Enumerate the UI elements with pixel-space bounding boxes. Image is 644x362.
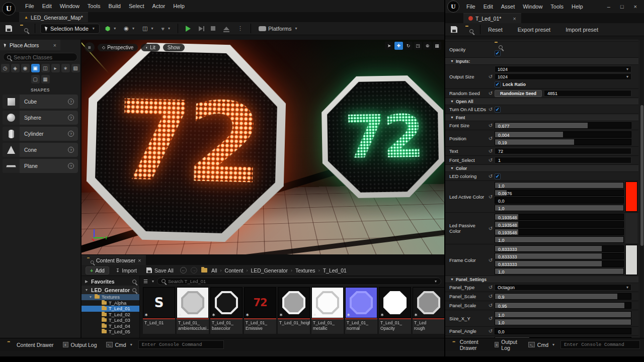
media-icon[interactable]: ▸ (51, 64, 60, 72)
content-browser-tab[interactable]: Content Browser × (82, 255, 146, 265)
led-display-red[interactable]: 72 (85, 41, 287, 243)
perspective-dropdown[interactable]: ◇ Perspective (98, 44, 138, 51)
value-slider[interactable]: 0,95 (495, 302, 631, 309)
close-icon[interactable]: × (513, 16, 516, 22)
menu-file[interactable]: File (21, 2, 38, 10)
snap-icon[interactable]: ▦ (433, 42, 441, 50)
asset-tile-t-led-01-normal[interactable]: ∗T_Led_01_normal (345, 287, 377, 334)
tree-folder-t_led_04[interactable]: T_Led_04 (82, 323, 139, 329)
basic-icon[interactable]: ◈ (11, 64, 20, 72)
asset-tile-t-ledrough[interactable]: ∗T_Ledrough (413, 287, 444, 334)
breadcrumb-item-content[interactable]: Content (225, 267, 244, 274)
checkbox[interactable]: ✓ (495, 173, 501, 179)
minimize-button[interactable]: – (607, 4, 610, 10)
scrollbar-thumb[interactable] (640, 105, 643, 246)
search-classes-input[interactable]: Search Classes (3, 53, 77, 61)
led-display-green[interactable]: 72 (321, 75, 444, 199)
tree-folder-t_led_01[interactable]: T_Led_01 (82, 306, 139, 312)
value-slider[interactable]: 0,833333 (495, 253, 624, 259)
reset-to-default-icon[interactable]: ↺ (487, 107, 495, 112)
tree-folder-t_led_02[interactable]: T_Led_02 (82, 312, 139, 318)
stop-button[interactable] (208, 25, 218, 32)
move-tool-icon[interactable]: ✚ (394, 42, 403, 50)
menu-tools[interactable]: Tools (546, 3, 568, 11)
value-slider[interactable]: 1,0 (495, 268, 624, 275)
reset-to-default-icon[interactable]: ↺ (487, 194, 495, 200)
cinematics-dropdown[interactable]: ◫▾ (140, 24, 155, 33)
menu-window[interactable]: Window (519, 3, 546, 11)
value-slider[interactable]: 0,0976 (495, 190, 624, 196)
favorites-section[interactable]: ▶ Favorites (82, 277, 139, 286)
reset-to-default-icon[interactable]: ↺ (487, 148, 495, 154)
close-icon[interactable]: × (138, 257, 141, 263)
section-header-open-all[interactable]: ▼Open All (445, 98, 638, 105)
select-tool-icon[interactable]: ➤ (385, 42, 393, 50)
reset-button[interactable]: Reset (486, 25, 505, 34)
output-log-button[interactable]: ≡ Output Log (492, 337, 522, 352)
menu-file[interactable]: File (462, 3, 479, 11)
add-actor-dropdown[interactable]: ⬢▾ (103, 24, 119, 34)
eject-button[interactable] (221, 25, 232, 32)
lit-dropdown[interactable]: ◐ Lit (141, 44, 159, 51)
value-slider[interactable]: 1,0 (495, 319, 631, 325)
filter-icon[interactable]: ☰ (143, 279, 147, 284)
asset-tab[interactable]: T_Led_01* × (463, 13, 521, 23)
content-drawer-button[interactable]: Content Drawer (4, 340, 57, 349)
back-button[interactable]: ← (180, 267, 187, 274)
menu-help[interactable]: Help (568, 3, 587, 11)
close-icon[interactable]: × (53, 42, 56, 48)
save-asset-button[interactable] (448, 25, 460, 34)
value-slider[interactable]: 0,004 (495, 131, 631, 138)
menu-asset[interactable]: Asset (497, 3, 519, 11)
play-options-button[interactable]: ⋮ (235, 24, 246, 33)
menu-window[interactable]: Window (56, 2, 84, 10)
tree-folder-textures[interactable]: ▼Textures (82, 294, 139, 300)
tree-folder-t_led_05[interactable]: T_Led_05 (82, 329, 139, 335)
browse-asset-button[interactable] (463, 25, 475, 34)
output-log-button[interactable]: ≡ Output Log (60, 340, 100, 349)
menu-select[interactable]: Select (125, 2, 148, 10)
seed-value-field[interactable]: 4851 (544, 90, 631, 97)
selection-mode-dropdown[interactable]: Selection Mode ▾ (40, 24, 100, 34)
shape-item-cube[interactable]: Cube? (3, 95, 78, 109)
breadcrumb-item-led_generator[interactable]: LED_Generator (251, 267, 288, 274)
value-slider[interactable]: 1,0 (495, 182, 624, 189)
forward-button[interactable]: → (191, 267, 197, 274)
content-drawer-button[interactable]: Content Drawer (449, 337, 489, 352)
reset-to-default-icon[interactable]: ↺ (487, 123, 495, 128)
import-button[interactable]: ↧ Import (113, 266, 139, 275)
reset-to-default-icon[interactable]: ↺ (487, 328, 495, 334)
cinematic-icon[interactable]: ◫ (41, 64, 50, 72)
console-input[interactable] (142, 342, 220, 347)
lock-ratio-checkbox[interactable]: ✓Lock Ratio (495, 81, 526, 87)
shape-item-sphere[interactable]: Sphere? (3, 111, 78, 125)
reset-to-default-icon[interactable]: ↺ (487, 157, 495, 163)
content-browser-button[interactable] (18, 24, 30, 33)
value-slider[interactable]: 0,0 (495, 197, 624, 204)
scale-tool-icon[interactable]: ◳ (414, 42, 422, 50)
asset-search-input[interactable]: Search T_Led_01 ▾ (157, 278, 441, 285)
console-input[interactable] (564, 342, 636, 347)
help-icon[interactable]: ? (68, 131, 74, 137)
close-button[interactable]: × (634, 4, 637, 10)
asset-tile-t-led-01-emissive[interactable]: 72∗T_Led_01_Emissive (244, 287, 276, 334)
value-field[interactable]: 72 (495, 148, 631, 154)
value-slider[interactable]: 0,0 (495, 328, 631, 334)
platforms-dropdown[interactable]: Platforms ▾ (256, 24, 299, 33)
asset-tile-t-led-01-opacity[interactable]: ∗T_Led_01_Opacity (379, 287, 411, 334)
section-header-color[interactable]: ▼Color (445, 165, 638, 172)
value-slider[interactable]: 0,833333 (495, 260, 624, 267)
reset-to-default-icon[interactable]: ↺ (487, 136, 495, 141)
value-slider[interactable]: 0,677 (495, 122, 631, 129)
import-preset-button[interactable]: Import preset (563, 25, 601, 34)
menu-edit[interactable]: Edit (479, 3, 497, 11)
value-slider[interactable]: 0,833333 (495, 245, 624, 252)
quick-add-dropdown[interactable]: ♥▾ (158, 24, 173, 33)
help-icon[interactable]: ? (68, 115, 74, 121)
frame-skip-button[interactable] (196, 25, 205, 33)
cmd-dropdown[interactable]: >_ Cmd ▾ (525, 340, 557, 349)
help-icon[interactable]: ? (68, 99, 74, 105)
menu-edit[interactable]: Edit (38, 2, 56, 10)
reset-to-default-icon[interactable]: ↺ (487, 294, 495, 299)
volumes-icon[interactable]: ▢ (31, 75, 40, 83)
